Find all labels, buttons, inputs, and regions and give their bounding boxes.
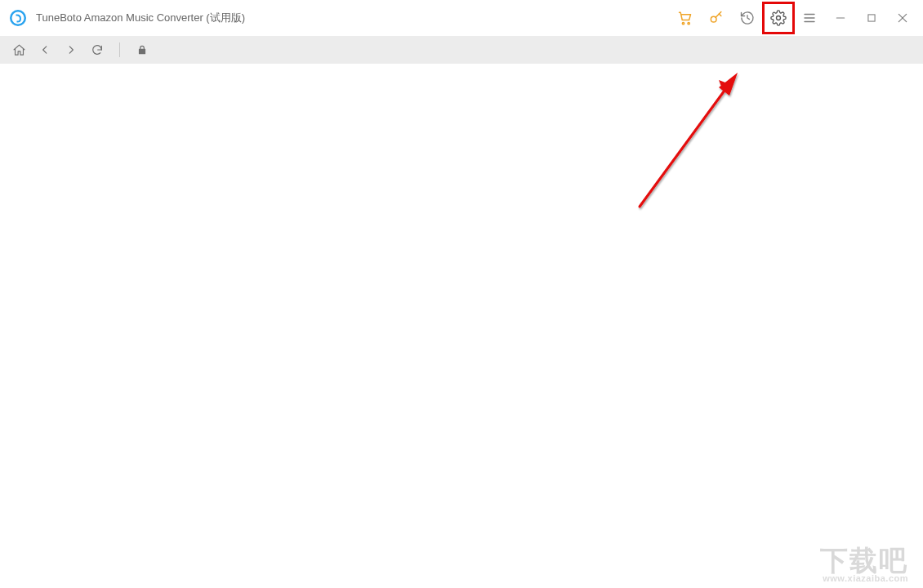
svg-point-3 — [688, 23, 689, 24]
nav-toolbar — [0, 36, 923, 64]
svg-point-5 — [777, 16, 781, 20]
menu-button[interactable] — [794, 2, 825, 33]
maximize-button[interactable] — [856, 2, 887, 33]
history-button[interactable] — [732, 2, 763, 33]
app-logo-icon — [8, 8, 28, 28]
content-area — [0, 64, 923, 588]
home-button[interactable] — [7, 38, 31, 62]
nav-separator — [119, 42, 120, 57]
back-button[interactable] — [33, 38, 57, 62]
svg-rect-10 — [868, 15, 875, 21]
minimize-button[interactable] — [825, 2, 856, 33]
svg-point-2 — [682, 23, 684, 24]
lock-indicator — [130, 38, 154, 62]
key-button[interactable] — [701, 2, 732, 33]
close-button[interactable] — [887, 2, 918, 33]
cart-button[interactable] — [670, 2, 701, 33]
reload-button[interactable] — [85, 38, 109, 62]
forward-button[interactable] — [59, 38, 83, 62]
app-title: TuneBoto Amazon Music Converter (试用版) — [36, 11, 245, 25]
settings-button[interactable] — [763, 2, 794, 33]
title-bar: TuneBoto Amazon Music Converter (试用版) — [0, 0, 923, 36]
